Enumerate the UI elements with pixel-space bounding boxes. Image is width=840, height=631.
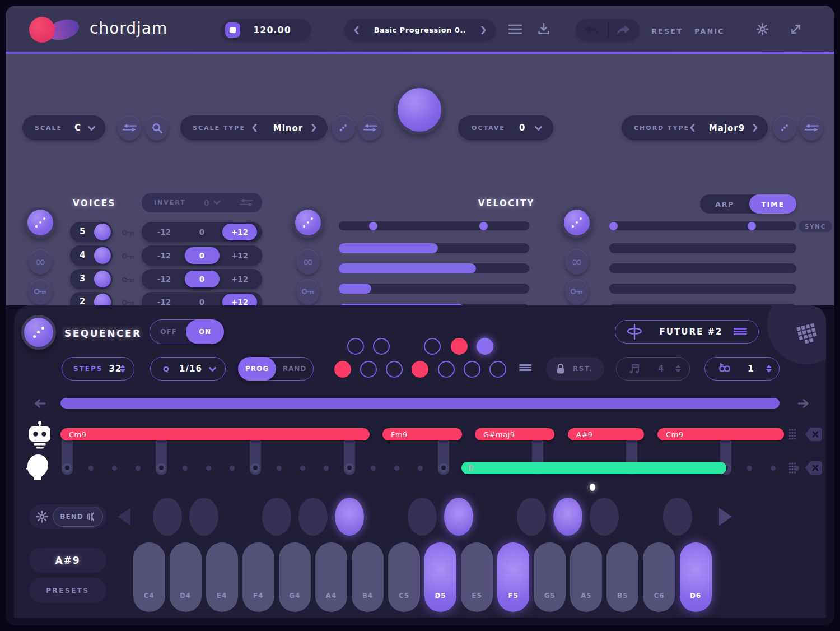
preset-prev-icon[interactable] bbox=[354, 26, 359, 34]
octave-offset-selector[interactable]: -120+12 bbox=[142, 269, 262, 289]
voices-infinity-button[interactable]: ∞ bbox=[29, 249, 52, 275]
black-key-d-sharp4[interactable] bbox=[189, 498, 218, 536]
voice-knob[interactable] bbox=[94, 271, 111, 287]
timing-random-knob[interactable] bbox=[561, 207, 592, 238]
scale-swap-button[interactable] bbox=[118, 115, 141, 141]
menu-icon[interactable] bbox=[508, 23, 522, 35]
white-key-g4[interactable]: G4 bbox=[279, 542, 311, 612]
offset-option[interactable]: -12 bbox=[147, 247, 181, 264]
chord-block[interactable]: A#9 bbox=[568, 428, 644, 440]
white-key-c5[interactable]: C5 bbox=[388, 542, 420, 612]
velocity-range-handle[interactable] bbox=[479, 222, 488, 230]
velocity-range-slider[interactable] bbox=[339, 221, 529, 230]
step-dot[interactable] bbox=[206, 466, 211, 471]
timing-slider[interactable] bbox=[609, 243, 796, 253]
on-label[interactable]: ON bbox=[186, 319, 224, 344]
timing-slider[interactable] bbox=[609, 284, 796, 294]
panic-button[interactable]: PANIC bbox=[694, 27, 725, 35]
sequencer-random-knob[interactable] bbox=[21, 315, 56, 350]
step-marker-ring[interactable] bbox=[250, 463, 260, 473]
loop-stepper[interactable] bbox=[766, 365, 772, 373]
voice-knob[interactable] bbox=[94, 247, 111, 264]
scale-type-selector[interactable]: SCALE TYPE Minor bbox=[180, 115, 328, 140]
step-dot[interactable] bbox=[136, 466, 141, 471]
white-key-a4[interactable]: A4 bbox=[315, 542, 347, 612]
off-label[interactable]: OFF bbox=[150, 328, 187, 336]
octave-offset-selector[interactable]: -120+12 bbox=[142, 245, 262, 266]
chord-type-random-button[interactable] bbox=[773, 115, 796, 141]
root-note-c[interactable] bbox=[334, 361, 351, 378]
black-key-a-sharp4[interactable] bbox=[335, 498, 364, 536]
root-note-f[interactable] bbox=[412, 361, 428, 378]
black-key-a-sharp5[interactable] bbox=[590, 498, 619, 536]
root-note-d-sharp[interactable] bbox=[373, 338, 390, 355]
settings-gear-icon[interactable] bbox=[756, 23, 769, 35]
row-clear-button[interactable] bbox=[805, 428, 822, 441]
scale-type-swap-button[interactable] bbox=[358, 115, 382, 141]
voice-toggle[interactable]: 4 bbox=[70, 245, 113, 266]
offset-option[interactable]: +12 bbox=[222, 224, 257, 240]
step-dot[interactable] bbox=[418, 466, 423, 471]
sequence-preset-menu-icon[interactable] bbox=[734, 327, 747, 336]
step-dot[interactable] bbox=[88, 466, 94, 471]
time-tab[interactable]: TIME bbox=[749, 194, 796, 214]
offset-option[interactable]: 0 bbox=[185, 247, 220, 264]
chord-block[interactable]: Cm9 bbox=[60, 428, 370, 440]
octave-offset-selector[interactable]: -120+12 bbox=[142, 222, 262, 242]
black-key-c-sharp5[interactable] bbox=[408, 498, 437, 536]
black-key-d-sharp5[interactable] bbox=[444, 498, 473, 536]
black-key-f-sharp4[interactable] bbox=[262, 498, 291, 536]
keyboard-octave-right-button[interactable] bbox=[719, 508, 732, 526]
chord-block[interactable]: Fm9 bbox=[382, 428, 462, 440]
step-dot[interactable] bbox=[230, 466, 235, 471]
arp-time-toggle[interactable]: ARP TIME bbox=[700, 194, 796, 214]
velocity-slider[interactable] bbox=[339, 284, 529, 294]
robot-icon[interactable] bbox=[27, 421, 53, 449]
loop-control[interactable]: 1 bbox=[704, 357, 780, 381]
rate-control[interactable]: 4 bbox=[616, 357, 690, 381]
voices-random-knob[interactable] bbox=[25, 207, 56, 238]
velocity-infinity-button[interactable]: ∞ bbox=[296, 249, 320, 275]
white-key-b4[interactable]: B4 bbox=[352, 542, 384, 612]
black-key-c-sharp4[interactable] bbox=[153, 498, 182, 536]
step-marker-ring[interactable] bbox=[62, 463, 72, 473]
step-dot[interactable] bbox=[277, 466, 282, 471]
bend-gear-icon[interactable] bbox=[36, 511, 48, 523]
human-head-icon[interactable] bbox=[25, 452, 50, 480]
white-key-c6[interactable]: C6 bbox=[643, 542, 675, 612]
redo-icon[interactable] bbox=[616, 25, 631, 35]
root-note-e[interactable] bbox=[386, 361, 403, 378]
step-dot[interactable] bbox=[300, 466, 305, 471]
scale-type-random-button[interactable] bbox=[332, 115, 355, 141]
timing-range-handle[interactable] bbox=[609, 222, 618, 230]
timing-key-lock-button[interactable] bbox=[565, 279, 589, 305]
scale-search-button[interactable] bbox=[145, 115, 169, 141]
row-drag-handle-icon[interactable] bbox=[788, 428, 796, 440]
voice-knob[interactable] bbox=[94, 224, 111, 240]
white-key-a5[interactable]: A5 bbox=[570, 542, 602, 612]
main-chord-knob[interactable] bbox=[395, 85, 444, 134]
presets-button[interactable]: PRESETS bbox=[29, 578, 106, 603]
download-icon[interactable] bbox=[538, 23, 550, 35]
prog-tab[interactable]: PROG bbox=[238, 357, 276, 381]
timing-range-slider[interactable] bbox=[609, 221, 796, 230]
prog-rand-toggle[interactable]: PROG RAND bbox=[238, 357, 314, 381]
chevron-right-icon[interactable] bbox=[753, 124, 758, 132]
chevron-right-icon[interactable] bbox=[311, 124, 316, 132]
resize-icon[interactable] bbox=[790, 23, 802, 35]
white-key-e4[interactable]: E4 bbox=[206, 542, 238, 612]
scroll-left-icon[interactable] bbox=[34, 398, 46, 409]
preset-next-icon[interactable] bbox=[481, 26, 486, 34]
step-dot[interactable] bbox=[394, 466, 399, 471]
root-menu-icon[interactable] bbox=[519, 363, 531, 372]
velocity-random-knob[interactable] bbox=[292, 207, 324, 238]
chord-type-swap-button[interactable] bbox=[800, 115, 823, 141]
root-note-c-sharp[interactable] bbox=[347, 338, 364, 355]
step-dot[interactable] bbox=[371, 466, 376, 471]
offset-option[interactable]: 0 bbox=[185, 224, 220, 240]
step-dot[interactable] bbox=[771, 466, 776, 471]
step-dot[interactable] bbox=[183, 466, 188, 471]
rand-tab[interactable]: RAND bbox=[276, 365, 313, 373]
white-key-d4[interactable]: D4 bbox=[170, 542, 202, 612]
sync-badge[interactable]: SYNC bbox=[799, 221, 832, 232]
